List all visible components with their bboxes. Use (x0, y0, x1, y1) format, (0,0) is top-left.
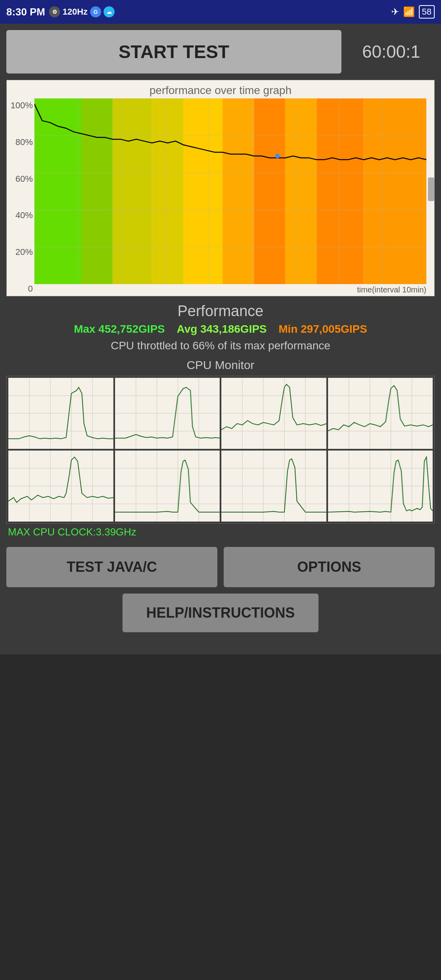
help-instructions-button[interactable]: HELP/INSTRUCTIONS (122, 594, 318, 632)
cpu-canvas-7 (328, 450, 433, 522)
y-label-40: 40% (8, 210, 33, 220)
cpu-cell-2: 1.61GHz (221, 378, 326, 449)
performance-stats: Max 452,752GIPS Avg 343,186GIPS Min 297,… (6, 323, 435, 335)
dark-bottom-area (0, 654, 441, 971)
cpu-grid: 0.55GHz 0.55GHz 1.61GHz 1.61GHz 1.61GHz (6, 376, 435, 524)
performance-title: Performance (6, 303, 435, 320)
stat-min: Min 297,005GIPS (279, 323, 367, 335)
bottom-buttons: TEST JAVA/C OPTIONS (6, 547, 435, 587)
performance-graph-canvas (34, 98, 426, 284)
airplane-icon: ✈ (391, 6, 399, 17)
cpu-canvas-1 (115, 378, 220, 449)
cpu-cell-7: 0.67GHz (328, 450, 433, 522)
max-cpu-clock: MAX CPU CLOCK:3.39GHz (6, 524, 435, 541)
status-left: 8:30 PM ⚙ 120Hz G ☁ (6, 6, 115, 18)
y-label-80: 80% (8, 137, 33, 147)
scrollbar-indicator[interactable] (428, 177, 434, 201)
test-java-c-button[interactable]: TEST JAVA/C (6, 547, 217, 587)
cpu-monitor-title: CPU Monitor (6, 358, 435, 372)
y-label-100: 100% (8, 100, 33, 111)
cloud-icon: ☁ (104, 6, 115, 17)
graph-y-labels: 100% 80% 60% 40% 20% 0 (7, 98, 34, 296)
stat-avg: Avg 343,186GIPS (177, 323, 267, 335)
throttle-text: CPU throttled to 66% of its max performa… (6, 339, 435, 352)
options-button[interactable]: OPTIONS (224, 547, 435, 587)
cpu-cell-3: 1.61GHz (328, 378, 433, 449)
cpu-canvas-5 (115, 450, 220, 522)
y-label-20: 20% (8, 247, 33, 257)
battery-display: 58 (419, 5, 435, 19)
graph-canvas-area (34, 98, 426, 284)
hz-display: 120Hz (62, 7, 88, 17)
status-right: ✈ 📶 58 (391, 5, 435, 19)
performance-graph-container: performance over time graph 100% 80% 60%… (6, 80, 435, 296)
cpu-canvas-3 (328, 378, 433, 449)
cpu-canvas-4 (8, 450, 113, 522)
time-display: 8:30 PM (6, 6, 45, 18)
top-row: START TEST 60:00:1 (6, 30, 435, 74)
graph-area: 100% 80% 60% 40% 20% 0 time(interval 10m… (7, 98, 434, 296)
cpu-cell-5: 0.49GHz (115, 450, 220, 522)
help-btn-row: HELP/INSTRUCTIONS (6, 594, 435, 632)
cpu-canvas-2 (221, 378, 326, 449)
cpu-cell-6: 0.49GHz (221, 450, 326, 522)
performance-section: Performance Max 452,752GIPS Avg 343,186G… (6, 303, 435, 352)
graph-title: performance over time graph (7, 80, 434, 98)
status-bar: 8:30 PM ⚙ 120Hz G ☁ ✈ 📶 58 (0, 0, 441, 24)
google-icon: G (90, 6, 101, 17)
stat-max: Max 452,752GIPS (74, 323, 165, 335)
graph-x-label: time(interval 10min) (357, 285, 426, 294)
wifi-icon: 📶 (403, 6, 415, 17)
timer-display: 60:00:1 (348, 42, 435, 62)
cpu-monitor-section: CPU Monitor 0.55GHz 0.55GHz 1.61GHz 1.61… (6, 358, 435, 541)
y-label-60: 60% (8, 174, 33, 184)
cpu-cell-1: 0.55GHz (115, 378, 220, 449)
start-test-button[interactable]: START TEST (6, 30, 341, 74)
cpu-cell-0: 0.55GHz (8, 378, 113, 449)
y-label-0: 0 (8, 284, 33, 294)
cpu-canvas-0 (8, 378, 113, 449)
main-content: START TEST 60:00:1 performance over time… (0, 24, 441, 654)
status-icons: ⚙ 120Hz G ☁ (49, 6, 115, 17)
cpu-icon: ⚙ (49, 6, 60, 17)
cpu-canvas-6 (221, 450, 326, 522)
cpu-cell-4: 1.61GHz (8, 450, 113, 522)
